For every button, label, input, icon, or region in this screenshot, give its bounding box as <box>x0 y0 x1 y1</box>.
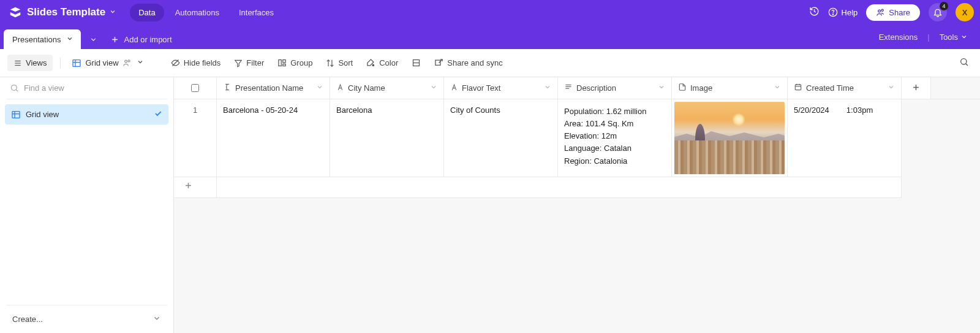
tools-dropdown[interactable]: Tools <box>933 29 974 45</box>
svg-point-2 <box>878 10 881 12</box>
svg-point-12 <box>124 60 127 63</box>
field-menu-icon[interactable] <box>658 83 665 93</box>
svg-rect-17 <box>283 60 285 63</box>
color-label: Color <box>379 58 398 67</box>
nav-interfaces[interactable]: Interfaces <box>230 4 282 21</box>
add-row[interactable] <box>174 177 980 198</box>
svg-line-25 <box>966 64 968 66</box>
svg-rect-34 <box>795 85 801 90</box>
table-tab-presentations[interactable]: Presentations <box>4 29 81 49</box>
search-button[interactable] <box>956 53 973 72</box>
grid-table: Presentation Name City Name <box>174 77 980 198</box>
cell-flavor-text[interactable]: City of Counts <box>444 99 558 177</box>
spacer <box>0 124 173 305</box>
history-icon[interactable] <box>809 6 820 18</box>
column-header-city-name[interactable]: City Name <box>330 77 444 99</box>
find-view-input[interactable]: Find a view <box>0 77 173 99</box>
column-header-flavor-text[interactable]: Flavor Text <box>444 77 558 99</box>
chevron-down-icon <box>153 314 161 324</box>
svg-point-26 <box>12 85 17 91</box>
desc-line: Region: Catalonia <box>564 155 665 167</box>
chevron-down-icon <box>137 58 144 67</box>
color-button[interactable]: Color <box>361 56 403 70</box>
sidebar-view-grid[interactable]: Grid view <box>5 104 168 124</box>
view-name-label: Grid view <box>85 58 118 67</box>
view-switcher[interactable]: Grid view <box>68 56 147 71</box>
divider <box>6 99 167 99</box>
column-label: Created Time <box>806 83 854 93</box>
extensions-link[interactable]: Extensions <box>873 29 924 45</box>
blank-cell <box>931 177 980 198</box>
tables-dropdown-button[interactable] <box>85 29 103 49</box>
select-all-checkbox-cell <box>174 77 217 99</box>
created-date: 5/20/2024 <box>794 105 829 115</box>
add-row-span[interactable] <box>217 177 902 198</box>
check-icon <box>154 109 162 120</box>
svg-point-13 <box>128 60 130 62</box>
filter-label: Filter <box>246 58 264 67</box>
add-or-import-button[interactable]: Add or import <box>110 29 172 49</box>
svg-rect-22 <box>435 60 440 65</box>
group-label: Group <box>290 58 312 67</box>
text-field-icon <box>336 83 344 93</box>
topbar-right: Help Share 4 X <box>809 3 974 21</box>
field-menu-icon[interactable] <box>544 83 551 93</box>
share-button[interactable]: Share <box>866 4 920 21</box>
hide-fields-button[interactable]: Hide fields <box>166 56 226 70</box>
cell-created-time[interactable]: 5/20/20241:03pm <box>788 99 902 177</box>
field-menu-icon[interactable] <box>430 83 437 93</box>
base-name-dropdown[interactable]: Slides Template <box>27 6 116 18</box>
column-header-presentation-name[interactable]: Presentation Name <box>217 77 330 99</box>
column-header-created-time[interactable]: Created Time <box>788 77 902 99</box>
hide-fields-label: Hide fields <box>184 58 221 67</box>
table-row[interactable]: 1 Barcelona - 05-20-24 Barcelona City of… <box>174 99 980 177</box>
column-header-description[interactable]: Description <box>558 77 672 99</box>
longtext-field-icon <box>564 83 573 93</box>
desc-line: Language: Catalan <box>564 142 665 155</box>
add-field-button[interactable] <box>902 77 931 99</box>
select-all-checkbox[interactable] <box>191 84 199 92</box>
field-menu-icon[interactable] <box>774 83 781 93</box>
tablebar-right: Extensions | Tools <box>873 25 974 49</box>
desc-line: Population: 1.62 million <box>564 105 665 118</box>
svg-point-3 <box>881 9 883 11</box>
cell-presentation-name[interactable]: Barcelona - 05-20-24 <box>217 99 330 177</box>
user-avatar[interactable]: X <box>956 3 974 21</box>
field-menu-icon[interactable] <box>888 83 895 93</box>
notifications-button[interactable]: 4 <box>929 3 947 21</box>
svg-marker-15 <box>235 60 242 67</box>
svg-rect-9 <box>73 59 80 66</box>
views-toggle[interactable]: Views <box>7 55 53 71</box>
views-sidebar: Find a view Grid view Create... <box>0 77 174 333</box>
group-button[interactable]: Group <box>273 56 317 70</box>
share-label: Share <box>889 8 910 17</box>
cell-description[interactable]: Population: 1.62 million Area: 101.4 Sq.… <box>558 99 672 177</box>
column-header-image[interactable]: Image <box>672 77 788 99</box>
row-height-button[interactable] <box>407 56 426 70</box>
formula-field-icon <box>223 83 232 93</box>
row-number[interactable]: 1 <box>174 99 217 177</box>
share-and-sync-button[interactable]: Share and sync <box>429 56 507 70</box>
column-label: Flavor Text <box>462 83 500 93</box>
help-button[interactable]: Help <box>828 7 858 17</box>
nav-automations[interactable]: Automations <box>167 4 228 21</box>
help-label: Help <box>842 8 858 17</box>
toolbar: Views Grid view Hide fields Filter Group… <box>0 49 980 77</box>
svg-point-1 <box>832 14 833 15</box>
share-sync-label: Share and sync <box>447 58 502 67</box>
image-thumbnail[interactable] <box>674 102 785 174</box>
cell-city-name[interactable]: Barcelona <box>330 99 444 177</box>
sort-button[interactable]: Sort <box>321 56 358 70</box>
add-row-button[interactable] <box>174 177 217 198</box>
text-field-icon <box>450 83 458 93</box>
svg-line-27 <box>16 90 18 91</box>
create-view-button[interactable]: Create... <box>0 305 173 333</box>
top-nav: Data Automations Interfaces <box>130 4 282 21</box>
find-view-placeholder: Find a view <box>24 83 64 93</box>
cell-image[interactable] <box>672 99 788 177</box>
column-label: City Name <box>348 83 385 93</box>
nav-data[interactable]: Data <box>130 4 164 21</box>
grid-filler <box>931 77 980 99</box>
filter-button[interactable]: Filter <box>229 56 269 70</box>
field-menu-icon[interactable] <box>316 83 323 93</box>
